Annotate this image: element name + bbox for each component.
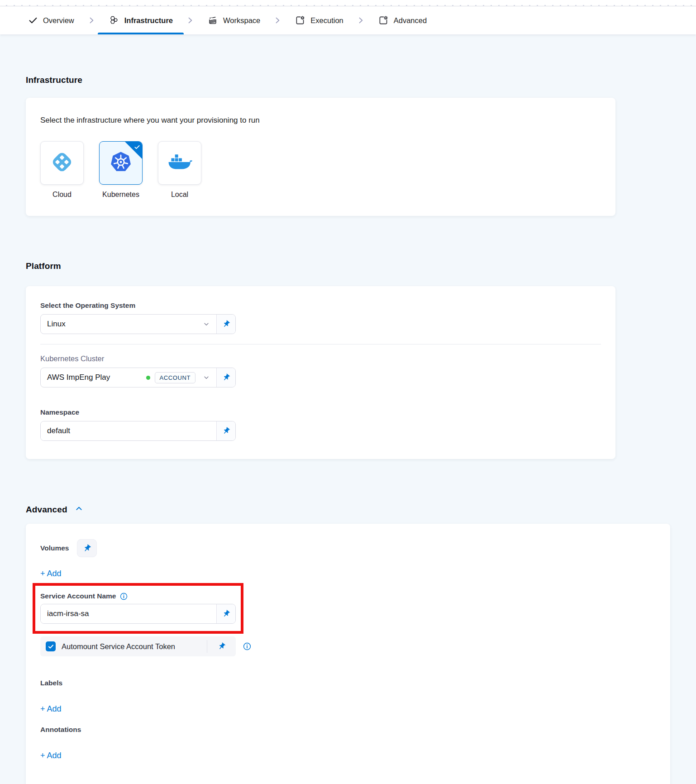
service-account-inputgroup <box>40 604 236 624</box>
tab-label: Workspace <box>223 16 260 25</box>
platform-card: Select the Operating System Linux Kubern… <box>26 286 615 459</box>
layers-icon <box>207 15 218 26</box>
chevron-right-icon <box>271 6 284 34</box>
automount-checkbox[interactable] <box>46 641 56 651</box>
infra-option-local[interactable]: Local <box>158 141 201 199</box>
os-label: Select the Operating System <box>40 301 601 310</box>
namespace-inputgroup <box>40 421 236 441</box>
infrastructure-description: Select the infrastructure where you want… <box>40 116 601 125</box>
pin-icon <box>220 372 232 383</box>
chevron-down-icon <box>203 374 210 381</box>
infrastructure-options: Cloud <box>40 141 601 199</box>
os-select: Linux <box>40 314 236 334</box>
labels-label: Labels <box>40 679 656 687</box>
automount-row: Automount Service Account Token <box>40 636 656 656</box>
tab-infrastructure[interactable]: Infrastructure <box>98 6 184 34</box>
infra-option-cloud[interactable]: Cloud <box>40 141 84 199</box>
tab-overview[interactable]: Overview <box>17 6 85 34</box>
tile-label: Kubernetes <box>102 191 139 199</box>
annotations-label: Annotations <box>40 726 656 734</box>
tab-workspace[interactable]: Workspace <box>196 6 271 34</box>
divider <box>207 640 207 653</box>
cloud-tile[interactable] <box>40 141 84 185</box>
pin-icon <box>220 425 232 436</box>
namespace-input[interactable] <box>41 421 216 440</box>
tile-label: Local <box>171 191 188 199</box>
cluster-field: Kubernetes Cluster AWS ImpEng Play ACCOU… <box>40 354 601 387</box>
hexagons-icon <box>109 15 119 26</box>
chevron-down-icon <box>203 320 210 328</box>
advanced-card: Volumes + Add Service Account Name <box>26 524 670 784</box>
box-gear-icon <box>295 15 305 26</box>
field-divider <box>40 344 601 344</box>
service-account-label: Service Account Name <box>40 592 116 600</box>
os-field: Select the Operating System Linux <box>40 301 601 334</box>
add-annotation-link[interactable]: + Add <box>40 751 62 760</box>
tab-label: Infrastructure <box>124 16 173 25</box>
connector-status-dot <box>146 376 150 380</box>
cloud-icon <box>50 150 74 176</box>
annotation-highlight-box: Service Account Name <box>33 583 243 634</box>
service-account-label-row: Service Account Name <box>40 592 236 600</box>
cluster-label: Kubernetes Cluster <box>40 354 601 363</box>
canvas-dots-background <box>0 0 696 6</box>
pin-icon <box>216 641 227 652</box>
pin-icon <box>220 318 232 330</box>
tab-execution[interactable]: Execution <box>284 6 354 34</box>
tab-advanced[interactable]: Advanced <box>367 6 438 34</box>
chevron-up-icon[interactable] <box>75 504 83 515</box>
wizard-content: Infrastructure Select the infrastructure… <box>0 75 696 784</box>
infrastructure-section-heading: Infrastructure <box>26 75 696 85</box>
os-select-trigger[interactable]: Linux <box>41 315 216 334</box>
pin-button[interactable] <box>216 604 235 623</box>
info-icon[interactable] <box>120 593 128 600</box>
automount-strip: Automount Service Account Token <box>40 636 236 656</box>
platform-section-heading: Platform <box>26 261 696 271</box>
infrastructure-card: Select the infrastructure where you want… <box>26 98 615 216</box>
volumes-pin-button[interactable] <box>77 539 97 557</box>
volumes-row: Volumes <box>40 539 656 557</box>
add-volume-link[interactable]: + Add <box>40 569 62 578</box>
advanced-section-heading: Advanced <box>26 505 67 515</box>
local-tile[interactable] <box>158 141 201 185</box>
tab-label: Advanced <box>394 16 427 25</box>
pin-button[interactable] <box>216 421 235 440</box>
infra-option-kubernetes[interactable]: Kubernetes <box>99 141 143 199</box>
kubernetes-tile[interactable] <box>99 141 143 185</box>
scope-badge: ACCOUNT <box>155 372 195 383</box>
chevron-right-icon <box>354 6 367 34</box>
namespace-field: Namespace <box>40 408 601 441</box>
pin-button[interactable] <box>216 315 235 334</box>
cluster-select: AWS ImpEng Play ACCOUNT <box>40 368 236 387</box>
advanced-section-header: Advanced <box>26 504 696 515</box>
docker-icon <box>167 152 192 174</box>
wizard-tabbar: Overview Infrastructure Workspace <box>0 6 696 34</box>
pin-icon <box>81 542 93 555</box>
cluster-selected-value: AWS ImpEng Play <box>47 373 110 382</box>
chevron-right-icon <box>85 6 98 34</box>
check-icon <box>28 15 38 25</box>
automount-label: Automount Service Account Token <box>62 642 175 651</box>
tab-label: Execution <box>310 16 343 25</box>
os-selected-value: Linux <box>47 320 66 329</box>
tile-label: Cloud <box>52 191 72 199</box>
info-icon[interactable] <box>243 642 251 650</box>
cluster-select-trigger[interactable]: AWS ImpEng Play ACCOUNT <box>41 368 216 387</box>
add-label-link[interactable]: + Add <box>40 704 62 714</box>
pin-button[interactable] <box>216 368 235 387</box>
box-gear-icon <box>378 15 389 26</box>
chevron-right-icon <box>184 6 196 34</box>
selected-check-icon <box>134 144 140 152</box>
pin-icon <box>220 608 232 619</box>
namespace-label: Namespace <box>40 408 601 416</box>
service-account-input[interactable] <box>41 604 216 623</box>
pin-button[interactable] <box>213 642 230 650</box>
volumes-label: Volumes <box>40 544 69 552</box>
tab-label: Overview <box>43 16 74 25</box>
